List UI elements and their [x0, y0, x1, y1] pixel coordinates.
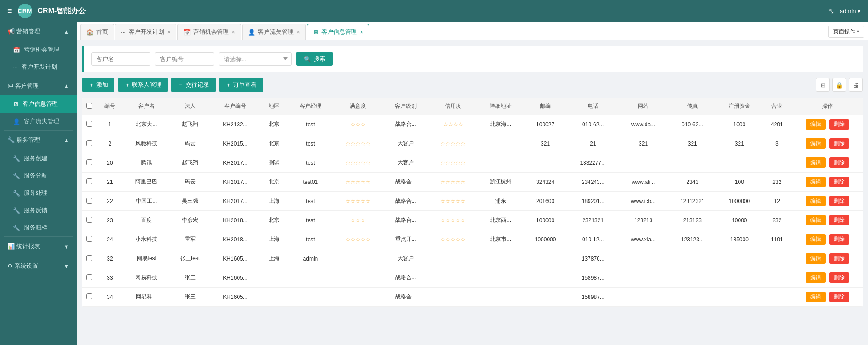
delete-button[interactable]: 删除	[829, 119, 849, 130]
tab-customer-dev[interactable]: ··· 客户开发计划 ✕	[115, 24, 176, 40]
tab-customer-info-close[interactable]: ✕	[360, 30, 363, 35]
cell-manager: test	[288, 230, 333, 249]
cell-customer-no: KH2017...	[211, 153, 259, 172]
table-view-btn[interactable]: ⊞	[816, 78, 830, 92]
sidebar-item-customer-loss[interactable]: 👤 客户流失管理	[0, 113, 77, 130]
contact-mgmt-button[interactable]: ＋ 联系人管理	[118, 78, 168, 92]
sidebar-item-customer-info[interactable]: 🖥 客户信息管理	[0, 95, 77, 113]
row-checkbox[interactable]	[86, 178, 92, 184]
order-view-button[interactable]: ＋ 订单查看	[219, 78, 264, 92]
user-menu[interactable]: admin ▾	[840, 8, 861, 15]
row-checkbox[interactable]	[86, 255, 92, 261]
home-tab-icon: 🏠	[86, 29, 93, 36]
sidebar-item-service-process-label: 服务处理	[24, 189, 47, 197]
cell-level: 战略合...	[383, 288, 428, 307]
sidebar-item-service-assign[interactable]: 🔧 服务分配	[0, 167, 77, 184]
row-checkbox[interactable]	[86, 198, 92, 204]
sidebar-item-customer-dev-plan[interactable]: ··· 客户开发计划	[0, 58, 77, 76]
sidebar-item-service-feedback[interactable]: 🔧 服务反馈	[0, 202, 77, 219]
tab-marketing-mgmt-label: 营销机会管理	[193, 28, 229, 36]
cell-legal: 雷军	[169, 230, 211, 249]
delete-button[interactable]: 删除	[829, 292, 849, 302]
page-ops-button[interactable]: 页面操作 ▾	[828, 26, 864, 38]
row-checkbox[interactable]	[86, 217, 92, 223]
delete-button[interactable]: 删除	[829, 215, 849, 225]
delete-button[interactable]: 删除	[829, 196, 849, 206]
transaction-history-button[interactable]: ＋ 交往记录	[171, 78, 216, 92]
sidebar-item-service-assign-label: 服务分配	[24, 172, 47, 180]
tab-customer-loss-close[interactable]: ✕	[296, 30, 300, 35]
search-button[interactable]: 🔍 搜索	[296, 52, 333, 66]
edit-button[interactable]: 编辑	[806, 292, 826, 302]
sidebar-section-service-label: 🔧 服务管理	[7, 136, 40, 144]
edit-button[interactable]: 编辑	[806, 272, 826, 283]
sidebar-section-customer[interactable]: 🏷 客户管理 ▲	[0, 76, 77, 95]
sidebar-section-service[interactable]: 🔧 服务管理 ▲	[0, 131, 77, 150]
operation-cell: 编辑 删除	[796, 177, 859, 187]
edit-button[interactable]: 编辑	[806, 196, 826, 206]
cell-level: 大客户	[383, 134, 428, 153]
lock-btn[interactable]: 🔒	[832, 78, 846, 92]
delete-button[interactable]: 删除	[829, 157, 849, 168]
delete-button[interactable]: 删除	[829, 138, 849, 149]
sidebar-item-service-process[interactable]: 🔧 服务处理	[0, 184, 77, 202]
search-select[interactable]: 请选择...	[219, 52, 292, 66]
delete-button[interactable]: 删除	[829, 272, 849, 283]
col-legal: 法人	[169, 98, 211, 115]
col-region: 地区	[260, 98, 288, 115]
sidebar-item-marketing-event[interactable]: 📅 营销机会管理	[0, 41, 77, 58]
select-all-checkbox[interactable]	[86, 103, 92, 109]
customer-name-input[interactable]	[91, 52, 150, 66]
cell-revenue: 232	[762, 172, 792, 192]
sidebar-section-stats[interactable]: 📊 统计报表 ▼	[0, 237, 77, 256]
edit-button[interactable]: 编辑	[806, 215, 826, 225]
sidebar-item-service-create[interactable]: 🔧 服务创建	[0, 150, 77, 167]
delete-button[interactable]: 删除	[829, 253, 849, 264]
edit-button[interactable]: 编辑	[806, 253, 826, 264]
hamburger-icon[interactable]: ≡	[7, 6, 12, 16]
cell-customer-name: 风驰科技	[124, 134, 169, 153]
tab-marketing-mgmt[interactable]: 📅 营销机会管理 ✕	[177, 24, 241, 40]
edit-button[interactable]: 编辑	[806, 177, 826, 187]
cell-region	[260, 288, 288, 307]
row-checkbox[interactable]	[86, 159, 92, 165]
edit-button[interactable]: 编辑	[806, 138, 826, 149]
tab-home[interactable]: 🏠 首页	[80, 24, 114, 40]
print-btn[interactable]: 🖨	[849, 78, 863, 92]
tab-customer-loss[interactable]: 👤 客户流失管理 ✕	[242, 24, 306, 40]
cell-manager: test	[288, 115, 333, 134]
cell-address: 北京市...	[478, 230, 523, 249]
row-checkbox[interactable]	[86, 293, 92, 299]
customer-no-input[interactable]	[155, 52, 214, 66]
tab-marketing-mgmt-close[interactable]: ✕	[232, 30, 235, 35]
delete-button[interactable]: 删除	[829, 234, 849, 245]
add-button[interactable]: ＋ 添加	[82, 78, 114, 92]
row-checkbox[interactable]	[86, 140, 92, 146]
tab-customer-dev-close[interactable]: ✕	[167, 30, 170, 35]
cell-id: 34	[96, 288, 124, 307]
cell-address: 北京海...	[478, 115, 523, 134]
sidebar-item-service-archive[interactable]: 🔧 服务归档	[0, 219, 77, 236]
cell-customer-name: 中国工...	[124, 192, 169, 211]
sidebar-section-settings[interactable]: ⚙ 系统设置 ▼	[0, 256, 77, 276]
row-checkbox-cell	[82, 153, 96, 172]
app-logo: CRM	[18, 4, 32, 18]
edit-button[interactable]: 编辑	[806, 234, 826, 245]
sidebar-section-marketing[interactable]: 📢 营销管理 ▲	[0, 22, 77, 41]
edit-button[interactable]: 编辑	[806, 119, 826, 130]
cell-reg-capital: 100	[717, 172, 762, 192]
service-create-icon: 🔧	[13, 155, 20, 162]
cell-website	[619, 249, 668, 268]
row-checkbox[interactable]	[86, 236, 92, 242]
cell-website	[619, 268, 668, 288]
content-area: 🏠 首页 ··· 客户开发计划 ✕ 📅 营销机会管理 ✕ 👤 客户流失管理 ✕	[77, 22, 868, 345]
expand-icon[interactable]: ⤡	[828, 7, 834, 16]
edit-button[interactable]: 编辑	[806, 157, 826, 168]
tab-customer-info[interactable]: 🖥 客户信息管理 ✕	[307, 24, 369, 40]
search-bar: 请选择... 🔍 搜索	[82, 46, 863, 72]
delete-button[interactable]: 删除	[829, 177, 849, 187]
cell-fax: 010-62...	[668, 115, 717, 134]
col-address: 详细地址	[478, 98, 523, 115]
row-checkbox[interactable]	[86, 274, 92, 280]
row-checkbox[interactable]	[86, 121, 92, 127]
